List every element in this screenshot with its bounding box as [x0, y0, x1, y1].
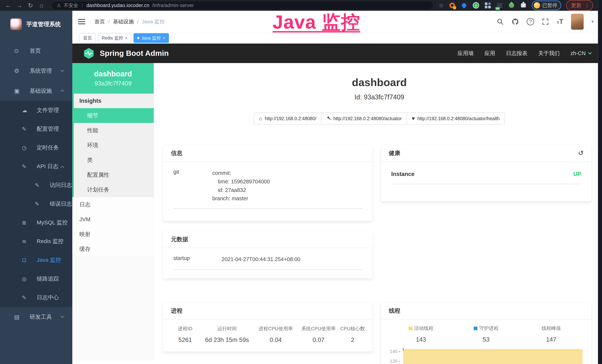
profile-paused-chip[interactable]: 已暂停: [532, 0, 561, 10]
sba-nav-wallboard[interactable]: 应用墙: [458, 50, 474, 57]
menu-dots-icon[interactable]: ⋮: [584, 2, 590, 9]
sidebar-item-redis[interactable]: ≋ Redis 监控: [0, 232, 72, 251]
profile-paused-label: 已暂停: [542, 2, 557, 9]
help-icon[interactable]: ?: [527, 18, 534, 25]
close-icon[interactable]: ×: [125, 35, 128, 41]
health-url-button[interactable]: ♥ http://192.168.0.2:48080/actuator/heal…: [407, 113, 505, 124]
process-value-pid: 5261: [171, 336, 200, 343]
sidebar-item-scheduled-jobs[interactable]: ◷ 定时任务: [0, 138, 72, 157]
window-edge-scrollbar[interactable]: [598, 0, 602, 364]
info-card-title: 信息: [171, 149, 183, 157]
sba-sidebar-item-logs[interactable]: 日志: [72, 197, 154, 212]
sba-sidebar-item-jvm[interactable]: JVM: [72, 212, 154, 227]
bookmark-star-icon[interactable]: ☆: [439, 2, 444, 9]
tab-label: Java 监控: [141, 35, 161, 41]
sidebar-item-java-monitor[interactable]: ⊡ Java 监控: [0, 251, 72, 269]
sba-sidebar-item-classes[interactable]: 类: [74, 153, 154, 167]
sba-nav-applications[interactable]: 应用: [484, 50, 495, 57]
extension-icon-puzzle[interactable]: [520, 2, 527, 9]
sidebar-item-label: 日志中心: [37, 294, 59, 301]
peak-threads-value: 147: [519, 336, 584, 343]
not-secure-label[interactable]: 不安全: [64, 2, 78, 9]
reload-icon[interactable]: ↻: [26, 2, 35, 9]
tab-redis-monitor[interactable]: Redis 监控 ×: [98, 33, 131, 43]
sba-sidebar-item-scheduled-tasks[interactable]: 计划任务: [74, 182, 154, 197]
sidebar-item-error-log[interactable]: ✎ 错误日志: [0, 194, 72, 213]
sba-sidebar-item-environment[interactable]: 环境: [74, 138, 154, 153]
legend-label: 活动线程: [414, 325, 433, 332]
extension-icon-pin[interactable]: [461, 2, 468, 9]
browser-home-icon[interactable]: ⌂: [37, 2, 46, 9]
search-icon[interactable]: [497, 18, 504, 25]
breadcrumb-infra[interactable]: 基础设施: [113, 18, 134, 25]
metadata-card-title: 元数据: [171, 236, 188, 243]
sba-nav-about[interactable]: 关于我们: [538, 50, 560, 57]
forward-icon[interactable]: →: [14, 2, 24, 9]
fullscreen-icon[interactable]: [542, 18, 549, 25]
extension-icon-grid[interactable]: [484, 2, 491, 9]
caret-down-icon[interactable]: ▾: [591, 19, 594, 24]
sba-sidebar-item-metrics[interactable]: 性能: [74, 123, 154, 138]
github-icon[interactable]: [512, 18, 519, 25]
info-card: 信息 git commit: time: 1596289704000 id: 2…: [163, 145, 373, 221]
sba-sidebar-item-caches[interactable]: 缓存: [72, 242, 154, 257]
sba-main: dashboard Id: 93a3fc7f7409 ⌂ http://192.…: [154, 63, 602, 364]
sidebar-item-infra[interactable]: ▣ 基础设施: [0, 81, 72, 101]
infra-monitor-icon: ▣: [14, 87, 23, 94]
sba-sidebar-item-details[interactable]: 细节: [74, 108, 154, 123]
back-icon[interactable]: ←: [3, 2, 13, 9]
sidebar-item-tracing[interactable]: ◎ 链路追踪: [0, 269, 72, 288]
sidebar-item-mysql[interactable]: ≣ MySQL 监控: [0, 213, 72, 232]
close-icon[interactable]: ×: [163, 35, 165, 41]
extension-icon-orange[interactable]: [449, 2, 456, 9]
sba-sidebar-item-config-props[interactable]: 配置属性: [74, 167, 154, 182]
sidebar-item-home[interactable]: ⊙ 首页: [0, 41, 72, 61]
breadcrumb-home[interactable]: 首页: [95, 18, 105, 25]
sba-nav-journal[interactable]: 日志报表: [506, 50, 527, 57]
service-url-button[interactable]: ⌂ http://192.168.0.2:48080/: [254, 113, 322, 124]
extension-icon-leaf[interactable]: [508, 2, 515, 9]
threads-chart: 140 120 100: [388, 348, 584, 364]
profile-avatar-emoji: [534, 2, 540, 9]
chevron-up-icon: [60, 166, 64, 170]
font-size-icon[interactable]: тT: [557, 18, 563, 26]
sba-navbar: Spring Boot Admin 应用墙 应用 日志报表 关于我们 zh-CN: [72, 43, 602, 63]
metadata-startup-row: startup 2021-04-27T00:44:31.254+08:00: [173, 255, 363, 264]
sba-sidebar-item-mappings[interactable]: 映射: [72, 227, 154, 242]
sidebar-item-label: API 日志: [37, 163, 58, 170]
health-instance-row[interactable]: Instance UP: [391, 171, 581, 177]
active-dot: [137, 37, 140, 39]
sidebar-item-api-log[interactable]: ✎ API 日志: [0, 157, 72, 176]
sidebar-item-files[interactable]: ☁ 文件管理: [0, 101, 72, 120]
app-logo-row[interactable]: 芋道管理系统: [0, 11, 72, 33]
hamburger-icon[interactable]: [78, 19, 85, 24]
sidebar-item-config[interactable]: ✎ 配置管理: [0, 120, 72, 138]
live-threads-value: 143: [388, 336, 453, 343]
sidebar-item-system[interactable]: ⚙ 系统管理: [0, 61, 72, 81]
sidebar-item-access-log[interactable]: ✎ 访问日志: [0, 176, 72, 194]
briefcase-icon: ▤: [14, 314, 23, 321]
extension-icon-green-y[interactable]: y: [473, 2, 479, 9]
extension-on-badge: on: [495, 7, 500, 10]
git-id-line: id: 27aa832: [212, 186, 270, 194]
actuator-url-button[interactable]: http://192.168.0.2:48080/actuator: [321, 113, 407, 124]
actuator-url-label: http://192.168.0.2:48080/actuator: [333, 116, 402, 121]
sba-instance-block[interactable]: dashboard 93a3fc7f7409: [72, 63, 154, 94]
sidebar-item-log-center[interactable]: ✎ 日志中心: [0, 288, 72, 307]
y-tick-120: 120: [390, 359, 397, 364]
process-card: 进程 进程ID 运行时间 进程CPU使用率 系统CPU使用率 CPU核心数: [163, 302, 373, 352]
status-badge: UP: [573, 171, 581, 177]
sba-brand[interactable]: Spring Boot Admin: [83, 48, 169, 59]
address-bar[interactable]: ⚠ 不安全 | dashboard.yudao.iocoder.cn /infr…: [52, 1, 433, 9]
tab-java-monitor[interactable]: Java 监控 ×: [133, 33, 169, 43]
tab-home[interactable]: 首页: [79, 33, 96, 43]
extension-icon-list-on[interactable]: on: [496, 2, 503, 9]
history-icon[interactable]: ↺: [578, 149, 584, 157]
user-avatar[interactable]: [571, 14, 584, 30]
threads-legend: 活动线程 守护进程 线程峰值: [388, 325, 584, 332]
metadata-row-label: startup: [173, 255, 222, 264]
sba-language-select[interactable]: zh-CN: [570, 50, 591, 56]
sidebar-item-devtools[interactable]: ▤ 研发工具: [0, 307, 72, 327]
update-label: 更新: [571, 2, 581, 9]
update-button[interactable]: 更新 ⋮: [566, 0, 593, 11]
